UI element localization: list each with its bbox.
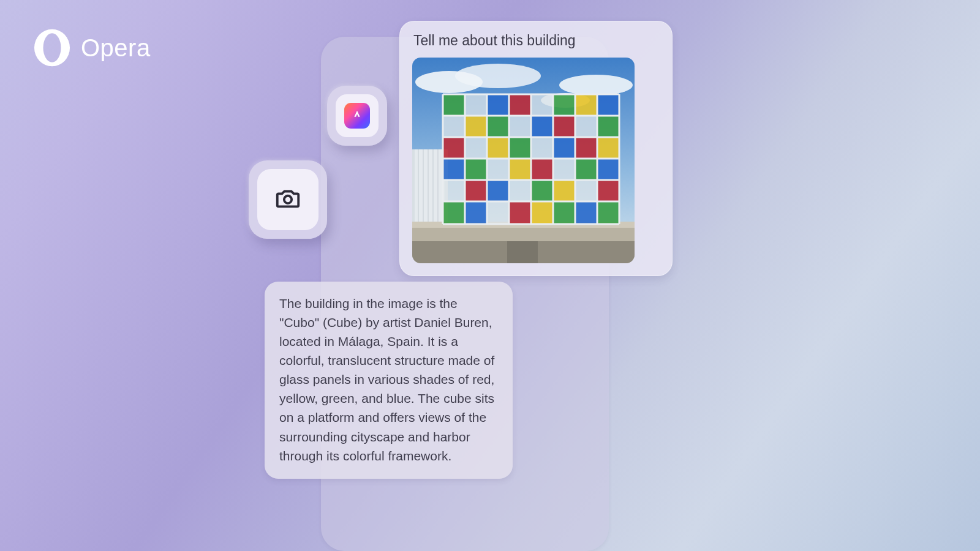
svg-rect-31: [487, 116, 509, 137]
aria-ai-tile[interactable]: [327, 86, 387, 146]
svg-rect-60: [597, 180, 619, 201]
svg-rect-26: [553, 94, 575, 116]
svg-rect-47: [487, 159, 509, 180]
svg-rect-24: [509, 94, 531, 116]
svg-rect-52: [597, 159, 619, 180]
aria-ai-icon: [344, 103, 370, 129]
svg-rect-61: [443, 201, 465, 224]
svg-rect-23: [487, 94, 509, 116]
svg-rect-66: [553, 201, 575, 224]
svg-rect-67: [575, 201, 597, 224]
svg-rect-46: [465, 159, 487, 180]
svg-rect-45: [443, 159, 465, 180]
camera-tile[interactable]: [249, 160, 327, 239]
svg-rect-39: [487, 137, 509, 159]
svg-rect-43: [575, 137, 597, 159]
svg-rect-62: [465, 201, 487, 224]
svg-rect-35: [575, 116, 597, 137]
svg-rect-37: [443, 137, 465, 159]
camera-icon: [274, 184, 302, 215]
user-query-text: Tell me about this building: [413, 32, 660, 49]
query-attached-image[interactable]: [412, 58, 635, 263]
svg-point-6: [455, 64, 541, 88]
svg-rect-51: [575, 159, 597, 180]
svg-rect-42: [553, 137, 575, 159]
svg-point-7: [559, 75, 633, 96]
svg-rect-64: [509, 201, 531, 224]
svg-rect-34: [553, 116, 575, 137]
svg-rect-21: [443, 94, 465, 116]
svg-rect-38: [465, 137, 487, 159]
svg-rect-27: [575, 94, 597, 116]
svg-rect-33: [531, 116, 553, 137]
opera-logo-icon: [32, 28, 72, 68]
svg-rect-53: [443, 180, 465, 201]
svg-rect-10: [415, 149, 445, 223]
opera-logo: Opera: [32, 28, 151, 68]
svg-rect-41: [531, 137, 553, 159]
svg-rect-44: [597, 137, 619, 159]
ai-response-text: The building in the image is the "Cubo" …: [279, 294, 498, 465]
svg-rect-68: [597, 201, 619, 224]
svg-rect-50: [553, 159, 575, 180]
svg-rect-48: [509, 159, 531, 180]
svg-rect-58: [553, 180, 575, 201]
svg-rect-56: [509, 180, 531, 201]
svg-rect-55: [487, 180, 509, 201]
svg-rect-54: [465, 180, 487, 201]
svg-rect-36: [597, 116, 619, 137]
svg-rect-28: [597, 94, 619, 116]
svg-rect-40: [509, 137, 531, 159]
svg-rect-59: [575, 180, 597, 201]
svg-rect-63: [487, 201, 509, 224]
user-query-card: Tell me about this building: [399, 21, 673, 276]
svg-rect-30: [465, 116, 487, 137]
svg-rect-29: [443, 116, 465, 137]
svg-rect-65: [531, 201, 553, 224]
svg-point-3: [284, 196, 292, 203]
svg-rect-32: [509, 116, 531, 137]
opera-logo-text: Opera: [81, 34, 151, 62]
svg-rect-25: [531, 94, 553, 116]
svg-point-2: [34, 29, 70, 67]
ai-response-card: The building in the image is the "Cubo" …: [265, 282, 513, 479]
svg-rect-49: [531, 159, 553, 180]
svg-rect-22: [465, 94, 487, 116]
svg-rect-19: [507, 241, 538, 263]
svg-rect-57: [531, 180, 553, 201]
